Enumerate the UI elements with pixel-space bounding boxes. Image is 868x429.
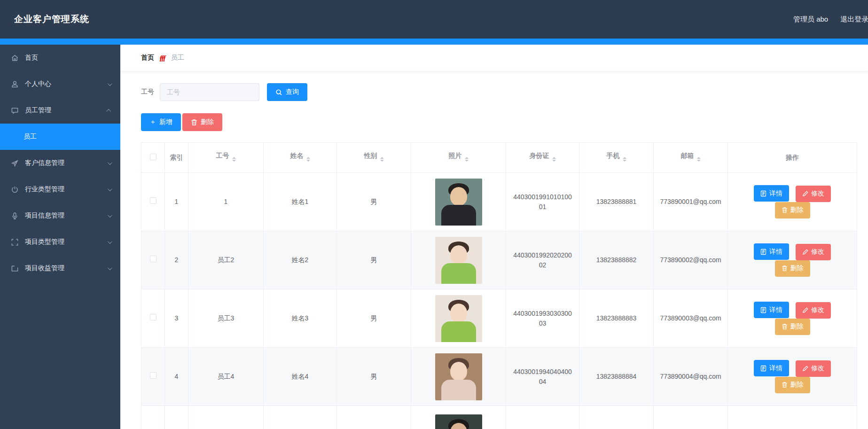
employee-photo [435,353,482,400]
chevron-down-icon [108,213,112,218]
sidebar-item-project-type[interactable]: 项目类型管理 [0,229,120,255]
cell-index: 2 [165,231,188,289]
cell-email: 773890001@qq.com [654,173,728,231]
query-button[interactable]: 查询 [267,83,307,101]
sidebar-item-label: 项目类型管理 [25,238,64,246]
sidebar-item-project-revenue[interactable]: 项目收益管理 [0,255,120,281]
search-label: 工号 [141,88,154,96]
row-delete-button[interactable]: 删除 [775,202,810,218]
header-photo[interactable]: 照片 [411,143,506,173]
cell-index: 1 [165,173,188,231]
search-input[interactable] [160,83,259,101]
detail-button[interactable]: 详情 [754,360,789,376]
add-button[interactable]: ＋ 新增 [141,113,181,131]
cell-phone: 13823888882 [579,231,654,289]
cell-emp-no: 员工3 [188,289,264,348]
edit-button[interactable]: 修改 [796,302,831,319]
employee-photo [435,237,482,284]
plus-icon: ＋ [149,118,156,126]
row-delete-button[interactable]: 删除 [775,260,810,277]
user-icon [10,80,19,88]
cell-gender: 男 [337,289,411,348]
sidebar-item-employee-mgmt[interactable]: 员工管理 [0,97,120,124]
header-id-card[interactable]: 身份证 [506,143,579,173]
header-emp-no[interactable]: 工号 [188,143,264,173]
row-delete-button[interactable]: 删除 [775,377,810,393]
sort-icon[interactable] [697,155,701,164]
breadcrumb-home-link[interactable]: 首页 [141,54,154,62]
chevron-up-icon [106,109,111,113]
toolbar: ＋ 新增 删除 [120,101,868,131]
detail-button[interactable]: 详情 [754,243,789,260]
cell-index: 3 [165,289,188,348]
sidebar-item-label: 项目信息管理 [25,211,64,220]
edit-button[interactable]: 修改 [796,186,831,202]
chevron-down-icon [108,239,112,244]
send-icon [10,159,19,167]
chevron-down-icon [108,265,112,270]
cell-gender: 男 [337,231,411,289]
cell-index: 4 [165,348,188,406]
breadcrumb-separator-icon: fff [160,54,165,62]
search-icon [275,89,282,96]
employee-photo [435,414,482,429]
sidebar-item-home[interactable]: 首页 [0,45,120,71]
cell-phone [579,406,654,429]
sort-icon[interactable] [380,155,384,164]
header-right: 管理员 abo 退出登录 [793,0,868,39]
query-button-label: 查询 [286,88,299,96]
sort-icon[interactable] [306,155,310,164]
sidebar-item-label: 个人中心 [25,80,51,88]
cell-gender: 男 [337,173,411,231]
cell-gender [337,406,411,429]
sidebar-item-profile[interactable]: 个人中心 [0,71,120,97]
admin-user-link[interactable]: 管理员 abo [793,15,828,24]
main-content: 首页 fff 员工 工号 查询 ＋ 新增 [120,45,868,429]
delete-button-label: 删除 [201,118,214,126]
header-gender[interactable]: 性别 [337,143,411,173]
row-delete-button[interactable]: 删除 [775,319,810,335]
trash-icon [782,265,788,272]
row-checkbox[interactable] [150,256,156,262]
header-select-all [141,143,165,173]
detail-button[interactable]: 详情 [754,302,789,318]
sidebar-item-project-info[interactable]: 项目信息管理 [0,203,120,229]
row-checkbox[interactable] [150,314,156,320]
cell-emp-no [188,406,264,429]
detail-button[interactable]: 详情 [754,185,789,202]
row-checkbox[interactable] [150,197,156,204]
box-icon [10,264,19,273]
sidebar-item-industry-type[interactable]: 行业类型管理 [0,176,120,203]
cell-phone: 13823888883 [579,289,654,348]
sort-icon[interactable] [623,155,626,164]
delete-button[interactable]: 删除 [182,113,222,131]
document-icon [760,307,766,313]
sort-icon[interactable] [552,155,556,164]
header-email[interactable]: 邮箱 [654,143,728,173]
sort-icon[interactable] [232,155,236,164]
logout-link[interactable]: 退出登录 [840,15,868,24]
crop-icon [10,238,19,246]
sort-icon[interactable] [465,155,469,164]
cell-id-card: 440300199101010001 [506,173,579,231]
cell-emp-no: 员工2 [188,231,264,289]
row-checkbox[interactable] [150,372,156,379]
trash-icon [782,323,788,330]
cell-name: 姓名3 [264,289,337,348]
cell-emp-no: 1 [188,173,264,231]
cell-email: 773890003@qq.com [654,289,728,348]
select-all-checkbox[interactable] [150,154,156,160]
sidebar-item-customer-info[interactable]: 客户信息管理 [0,150,120,176]
breadcrumb: 首页 fff 员工 [120,45,868,71]
document-icon [760,365,766,372]
trash-icon [782,382,788,388]
sidebar-subitem-employee[interactable]: 员工 [0,124,120,150]
cell-id-card: 440300199404040004 [506,348,579,406]
employee-photo [435,295,482,342]
header-phone[interactable]: 手机 [579,143,654,173]
header-name[interactable]: 姓名 [264,143,337,173]
add-button-label: 新增 [159,118,172,126]
edit-button[interactable]: 修改 [796,360,831,377]
edit-button[interactable]: 修改 [796,244,831,260]
cell-name: 姓名2 [264,231,337,289]
